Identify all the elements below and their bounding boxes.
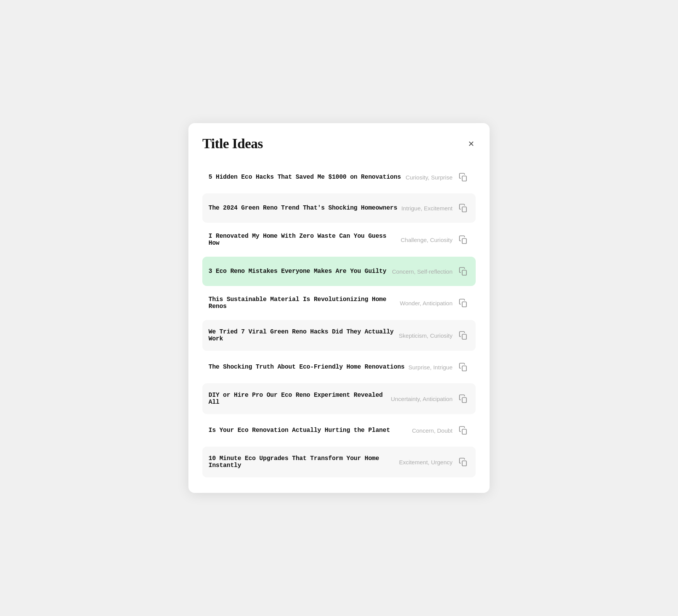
item-right: Wonder, Anticipation (400, 297, 470, 309)
copy-button[interactable] (457, 171, 470, 183)
item-left: This Sustainable Material Is Revolutioni… (208, 296, 400, 310)
list-item: 10 Minute Eco Upgrades That Transform Yo… (202, 447, 476, 477)
item-left: I Renovated My Home With Zero Waste Can … (208, 233, 401, 247)
item-left: 3 Eco Reno Mistakes Everyone Makes Are Y… (208, 268, 392, 275)
item-tags: Wonder, Anticipation (400, 300, 453, 306)
list-item: Is Your Eco Renovation Actually Hurting … (202, 416, 476, 445)
copy-button[interactable] (457, 456, 470, 468)
copy-icon (459, 203, 468, 213)
item-left: Is Your Eco Renovation Actually Hurting … (208, 427, 412, 434)
item-tags: Concern, Doubt (412, 427, 453, 434)
item-right: Concern, Doubt (412, 424, 470, 437)
copy-icon (459, 362, 468, 372)
item-tags: Uncertainty, Anticipation (391, 396, 453, 402)
item-right: Concern, Self-reflection (392, 265, 470, 278)
list-item: This Sustainable Material Is Revolutioni… (202, 288, 476, 318)
svg-rect-2 (462, 239, 466, 244)
svg-rect-6 (462, 366, 466, 371)
list-item: 5 Hidden Eco Hacks That Saved Me $1000 o… (202, 162, 476, 192)
title-ideas-modal: Title Ideas × 5 Hidden Eco Hacks That Sa… (188, 123, 490, 493)
item-left: The Shocking Truth About Eco-Friendly Ho… (208, 364, 408, 371)
item-title: I Renovated My Home With Zero Waste Can … (208, 233, 401, 247)
item-left: DIY or Hire Pro Our Eco Reno Experiment … (208, 392, 391, 406)
copy-icon (459, 235, 468, 244)
modal-title: Title Ideas (202, 135, 263, 152)
item-title: This Sustainable Material Is Revolutioni… (208, 296, 400, 310)
item-title: Is Your Eco Renovation Actually Hurting … (208, 427, 390, 434)
item-right: Curiosity, Surprise (406, 171, 470, 183)
svg-rect-5 (462, 334, 466, 339)
copy-icon (459, 394, 468, 403)
item-right: Intrigue, Excitement (401, 202, 470, 214)
item-tags: Curiosity, Surprise (406, 174, 453, 181)
svg-rect-7 (462, 398, 466, 403)
items-list: 5 Hidden Eco Hacks That Saved Me $1000 o… (202, 162, 476, 479)
item-title: 5 Hidden Eco Hacks That Saved Me $1000 o… (208, 174, 401, 181)
copy-icon (459, 457, 468, 467)
item-right: Surprise, Intrigue (408, 361, 470, 373)
item-left: We Tried 7 Viral Green Reno Hacks Did Th… (208, 328, 399, 342)
svg-rect-3 (462, 270, 466, 275)
item-title: We Tried 7 Viral Green Reno Hacks Did Th… (208, 328, 399, 342)
copy-button[interactable] (457, 297, 470, 309)
copy-icon (459, 331, 468, 340)
item-title: The Shocking Truth About Eco-Friendly Ho… (208, 364, 405, 371)
item-right: Uncertainty, Anticipation (391, 393, 470, 405)
item-right: Skepticism, Curiosity (399, 329, 470, 342)
copy-icon (459, 267, 468, 276)
close-button[interactable]: × (467, 137, 476, 150)
item-tags: Excitement, Urgency (399, 459, 453, 465)
item-tags: Concern, Self-reflection (392, 268, 453, 275)
modal-header: Title Ideas × (202, 135, 476, 152)
copy-icon (459, 173, 468, 182)
item-right: Challenge, Curiosity (401, 234, 470, 246)
copy-button[interactable] (457, 361, 470, 373)
item-tags: Intrigue, Excitement (401, 205, 453, 212)
list-item: DIY or Hire Pro Our Eco Reno Experiment … (202, 383, 476, 414)
svg-rect-0 (462, 176, 466, 181)
close-icon: × (468, 138, 474, 149)
copy-button[interactable] (457, 265, 470, 278)
svg-rect-9 (462, 461, 466, 466)
list-item: The Shocking Truth About Eco-Friendly Ho… (202, 352, 476, 382)
list-item: The 2024 Green Reno Trend That's Shockin… (202, 193, 476, 223)
svg-rect-1 (462, 207, 466, 212)
copy-button[interactable] (457, 202, 470, 214)
item-title: 3 Eco Reno Mistakes Everyone Makes Are Y… (208, 268, 386, 275)
copy-button[interactable] (457, 234, 470, 246)
item-title: DIY or Hire Pro Our Eco Reno Experiment … (208, 392, 391, 406)
item-left: 10 Minute Eco Upgrades That Transform Yo… (208, 455, 399, 469)
copy-button[interactable] (457, 424, 470, 437)
item-left: The 2024 Green Reno Trend That's Shockin… (208, 205, 401, 212)
item-right: Excitement, Urgency (399, 456, 470, 468)
item-title: 10 Minute Eco Upgrades That Transform Yo… (208, 455, 399, 469)
list-item: I Renovated My Home With Zero Waste Can … (202, 224, 476, 255)
list-item: 3 Eco Reno Mistakes Everyone Makes Are Y… (202, 257, 476, 286)
copy-button[interactable] (457, 329, 470, 342)
copy-icon (459, 298, 468, 308)
svg-rect-8 (462, 429, 466, 434)
list-item: We Tried 7 Viral Green Reno Hacks Did Th… (202, 320, 476, 351)
item-left: 5 Hidden Eco Hacks That Saved Me $1000 o… (208, 174, 406, 181)
item-tags: Surprise, Intrigue (408, 364, 453, 371)
svg-rect-4 (462, 302, 466, 307)
item-tags: Skepticism, Curiosity (399, 332, 453, 339)
item-title: The 2024 Green Reno Trend That's Shockin… (208, 205, 397, 212)
copy-icon (459, 426, 468, 435)
item-tags: Challenge, Curiosity (401, 237, 453, 243)
copy-button[interactable] (457, 393, 470, 405)
